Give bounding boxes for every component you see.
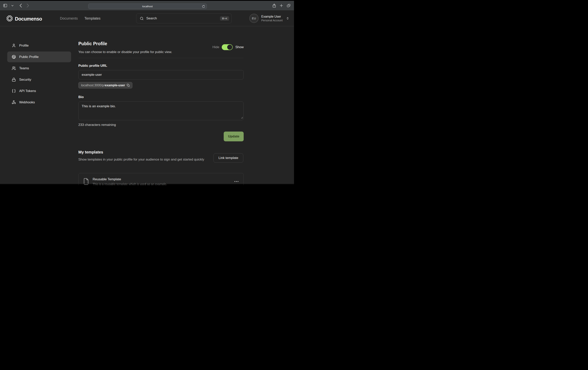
my-templates-heading: My templates — [78, 150, 103, 154]
template-description: This is a reusable template which is use… — [93, 182, 231, 185]
window-bottom-edge — [0, 184, 294, 185]
share-icon[interactable] — [273, 3, 276, 8]
user-icon — [12, 43, 16, 48]
main-content: Public Profile Hide Show You can choose … — [78, 10, 244, 185]
my-templates-description: Show templates in your public profile fo… — [78, 157, 214, 162]
toggle-hide-label: Hide — [212, 45, 219, 49]
nav-documents[interactable]: Documents — [60, 16, 78, 21]
profile-visibility-toggle[interactable] — [222, 44, 233, 50]
user-menu[interactable]: EU Example User Personal Account — [249, 14, 289, 23]
tab-overview-icon[interactable] — [287, 4, 291, 7]
page-subtitle: You can choose to enable or disable your… — [78, 50, 172, 54]
sidebar-item-profile[interactable]: Profile — [7, 40, 71, 51]
profile-url-input[interactable] — [78, 70, 244, 80]
app-window: Documenso Documents Templates Search ⌘+K… — [0, 10, 294, 185]
user-name: Example User — [261, 15, 283, 18]
bio-char-counter: 233 characters remaining — [78, 123, 116, 127]
section-divider — [78, 58, 244, 58]
sidebar-item-security[interactable]: Security — [7, 74, 71, 85]
sidebar-item-public-profile[interactable]: Public Profile — [7, 51, 71, 62]
forward-button-icon[interactable] — [27, 3, 29, 8]
link-template-button[interactable]: Link template — [213, 153, 243, 163]
toggle-knob — [227, 45, 232, 50]
page-title: Public Profile — [78, 41, 107, 46]
screen: localhost — [0, 0, 294, 185]
sidebar-item-label: Webhooks — [19, 100, 35, 104]
profile-url-preview[interactable]: localhost:3000/p/ example-user — [78, 82, 132, 89]
sidebar-item-teams[interactable]: Teams — [7, 63, 71, 74]
profile-url-prefix: localhost:3000/p/ — [81, 84, 105, 87]
toolbar-separator — [9, 4, 10, 7]
bio-textarea[interactable]: This is an example bio. — [78, 101, 244, 120]
profile-visibility-toggle-row: Hide Show — [212, 44, 244, 50]
profile-url-slug: example-user — [105, 84, 125, 87]
sidebar-chevron-down-icon[interactable] — [11, 5, 13, 6]
reload-icon[interactable] — [202, 5, 205, 8]
globe-icon — [12, 55, 16, 59]
new-tab-icon[interactable] — [280, 4, 283, 7]
browser-toolbar: localhost — [0, 1, 294, 10]
chevrons-up-down-icon — [286, 17, 289, 20]
users-icon — [12, 66, 16, 70]
bio-label: Bio — [78, 95, 84, 99]
user-account-type: Personal Account — [261, 19, 283, 22]
resize-grip[interactable] — [241, 116, 243, 120]
address-bar-url: localhost — [142, 5, 153, 8]
settings-sidebar: Profile Public Profile Teams Security — [7, 40, 71, 108]
webhook-icon — [12, 100, 16, 104]
documenso-logo-icon — [6, 15, 13, 22]
ellipsis-menu-icon[interactable] — [234, 181, 238, 182]
back-button-icon[interactable] — [19, 3, 22, 8]
sidebar-item-label: Profile — [19, 44, 29, 48]
sidebar-item-label: Security — [19, 78, 31, 82]
sidebar-item-label: API Tokens — [19, 89, 36, 93]
sidebar-item-label: Public Profile — [19, 55, 39, 59]
lock-icon — [12, 78, 16, 82]
sidebar-item-label: Teams — [19, 66, 29, 70]
sidebar-item-api-tokens[interactable]: API Tokens — [7, 86, 71, 96]
address-bar[interactable]: localhost — [88, 3, 207, 9]
copy-icon[interactable] — [127, 84, 130, 87]
brand-name: Documenso — [15, 16, 42, 22]
braces-icon — [12, 89, 16, 93]
brand[interactable]: Documenso — [6, 15, 42, 22]
update-button[interactable]: Update — [224, 132, 244, 141]
avatar: EU — [249, 14, 259, 23]
sidebar-toggle-icon[interactable] — [3, 4, 7, 7]
profile-url-label: Public profile URL — [78, 64, 107, 68]
toggle-show-label: Show — [235, 45, 244, 49]
template-title: Reusable Template — [93, 177, 231, 181]
sidebar-item-webhooks[interactable]: Webhooks — [7, 97, 71, 108]
template-row[interactable]: Reusable Template This is a reusable tem… — [78, 173, 244, 185]
